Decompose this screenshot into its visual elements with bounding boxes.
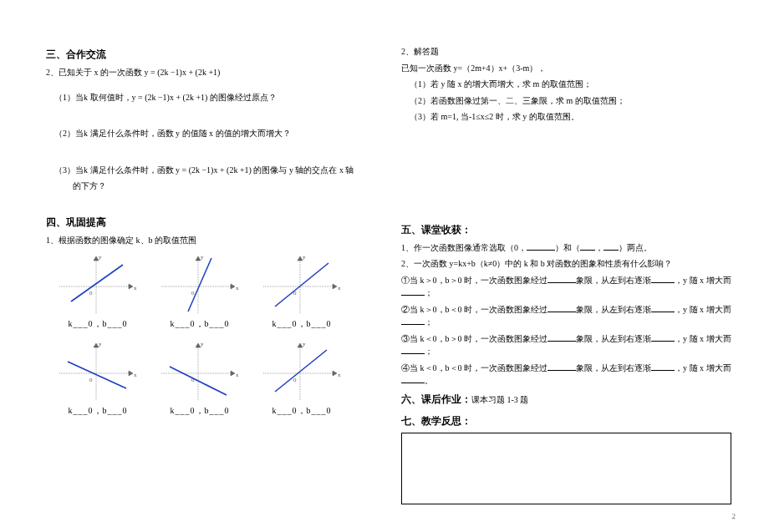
r-q2-intro: 已知一次函数 y=（2m+4）x+（3-m）， [401,62,731,75]
svg-text:x: x [338,372,341,378]
graph-1-caption: k___0，b___0 [56,318,140,330]
svg-line-7 [71,265,123,301]
blank[interactable] [401,317,425,325]
t: 象限，从左到右逐渐 [576,363,651,372]
svg-marker-17 [333,284,337,289]
blank[interactable] [401,375,425,383]
r-q2-title: 2、解答题 [401,45,731,58]
svg-text:y: y [99,341,102,347]
blank[interactable] [603,242,619,251]
s5-line2: 2、一次函数 y=kx+b（k≠0）中的 k 和 b 对函数的图象和性质有什么影… [401,257,731,271]
blank[interactable] [401,287,425,296]
t: ④当 k＜0，b＜0 时，一次函数图象经过 [401,363,547,372]
svg-line-47 [275,350,327,392]
graph-4: xy0 k___0，b___0 [56,338,140,417]
blank[interactable] [401,346,425,354]
section-7-title: 七、教学反思： [401,415,731,428]
graph-row-1: xy0 k___0，b___0 xy0 k___0，b___0 xy [56,251,380,330]
graph-2: xy0 k___0，b___0 [158,251,242,330]
section-6-body: 课本习题 1-3 题 [471,395,528,404]
t: ，y 随 x 增大而 [675,276,731,285]
svg-text:y: y [303,341,306,347]
section-6: 六、课后作业：课本习题 1-3 题 [401,393,731,408]
q2-part3-line2: 的下方？ [73,180,380,193]
blank[interactable] [651,275,675,283]
blank[interactable] [651,362,675,371]
blank[interactable] [580,242,595,251]
section-6-title: 六、课后作业： [401,394,471,404]
graph-3: xy0 k___0，b___0 [260,251,344,330]
blank[interactable] [547,362,576,371]
svg-marker-25 [129,371,133,376]
blank[interactable] [651,304,675,312]
t: 象限，从左到右逐渐 [576,305,651,314]
sec4-q1: 1、根据函数的图像确定 k、b 的取值范围 [46,234,380,247]
t: ①当 k＞0，b＞0 时，一次函数图象经过 [401,276,547,285]
s5-case2: ②当 k＞0，b＜0 时，一次函数图象经过象限，从左到右逐渐，y 随 x 增大而… [401,303,731,329]
svg-text:y: y [201,254,204,261]
svg-text:x: x [134,372,137,378]
t: ； [425,288,433,297]
s5-l1a: 1、作一次函数图像通常选取（0， [401,243,527,252]
blank[interactable] [547,304,576,312]
t: 象限，从左到右逐渐 [576,276,651,285]
svg-text:0: 0 [89,377,93,383]
blank[interactable] [547,275,576,283]
t: ②当 k＞0，b＜0 时，一次函数图象经过 [401,305,547,314]
r-q2-2: （2）若函数图像过第一、二、三象限，求 m 的取值范围； [410,94,731,108]
svg-line-15 [188,258,211,312]
svg-text:x: x [236,285,239,291]
page-number: 2 [732,512,736,520]
t: 象限，从左到右逐渐 [576,334,651,343]
s5-l1b: ）和（ [555,243,580,252]
blank[interactable] [547,333,576,342]
s5-l1c: ， [595,243,603,252]
left-column: 三、合作交流 2、已知关于 x 的一次函数 y = (2k −1)x + (2k… [46,42,380,504]
t: ； [425,317,433,327]
q2-part2: （2）当k 满足什么条件时，函数 y 的值随 x 的值的增大而增大？ [54,127,380,140]
svg-text:y: y [201,341,204,347]
svg-marker-41 [333,371,337,376]
t: ，y 随 x 增大而 [675,363,731,372]
svg-text:x: x [236,372,239,378]
r-q2-3: （3）若 m=1, 当-1≤x≤2 时，求 y 的取值范围。 [410,110,731,124]
t: 。 [425,376,433,385]
graph-1: xy0 k___0，b___0 [56,251,140,330]
svg-marker-9 [231,284,235,289]
t: ，y 随 x 增大而 [675,305,731,314]
blank[interactable] [651,333,675,342]
s5-case1: ①当 k＞0，b＞0 时，一次函数图象经过象限，从左到右逐渐，y 随 x 增大而… [401,274,731,300]
t: ； [425,347,433,356]
graph-3-caption: k___0，b___0 [260,318,344,330]
right-column: 2、解答题 已知一次函数 y=（2m+4）x+（3-m）， （1）若 y 随 x… [401,42,731,504]
reflection-box[interactable] [401,433,731,504]
graph-row-2: xy0 k___0，b___0 xy0 k___0，b___0 xy [56,338,380,417]
graph-2-caption: k___0，b___0 [158,318,242,330]
s5-line1: 1、作一次函数图像通常选取（0，）和（，）两点。 [401,241,731,255]
svg-marker-1 [129,284,133,289]
q2-part1: （1）当k 取何值时，y = (2k −1)x + (2k +1) 的图像经过原… [54,91,380,104]
svg-text:x: x [134,285,137,291]
svg-line-23 [275,263,328,307]
section-4-title: 四、巩固提高 [46,216,380,229]
q2-intro: 2、已知关于 x 的一次函数 y = (2k −1)x + (2k +1) [46,66,380,79]
q2-part3-line1: （3）当k 满足什么条件时，函数 y = (2k −1)x + (2k +1) … [54,164,380,177]
svg-marker-33 [231,371,235,376]
graph-5: xy0 k___0，b___0 [158,338,242,417]
svg-text:y: y [99,254,102,261]
blank[interactable] [527,242,555,251]
svg-text:0: 0 [89,290,93,296]
graph-6: xy0 k___0，b___0 [260,338,344,417]
graph-5-caption: k___0，b___0 [158,405,242,417]
s5-case3: ③当 k＜0，b＞0 时，一次函数图象经过象限，从左到右逐渐，y 随 x 增大而… [401,332,731,358]
s5-l1d: ）两点。 [619,243,652,252]
svg-text:y: y [303,254,306,261]
s5-case4: ④当 k＜0，b＜0 时，一次函数图象经过象限，从左到右逐渐，y 随 x 增大而… [401,362,731,388]
svg-text:0: 0 [293,377,297,383]
svg-text:0: 0 [191,290,195,296]
t: ，y 随 x 增大而 [675,334,731,343]
graph-4-caption: k___0，b___0 [56,405,140,417]
section-3-title: 三、合作交流 [46,48,380,61]
r-q2-1: （1）若 y 随 x 的增大而增大，求 m 的取值范围； [410,78,731,91]
section-5-title: 五、课堂收获： [401,224,731,236]
